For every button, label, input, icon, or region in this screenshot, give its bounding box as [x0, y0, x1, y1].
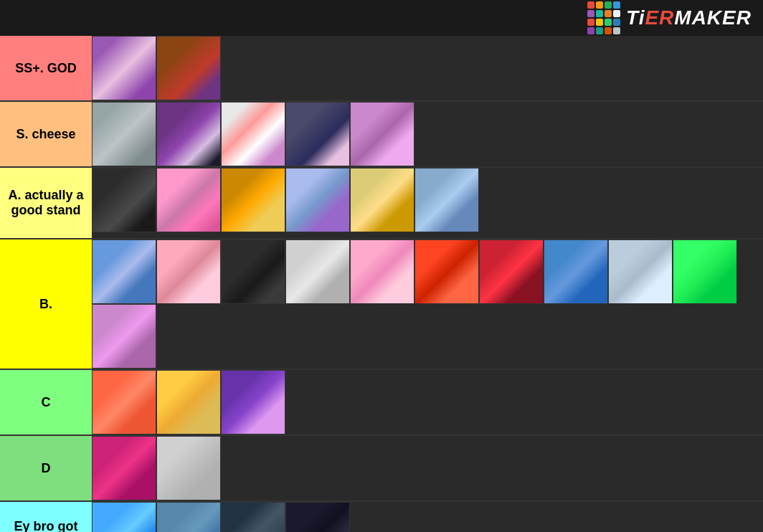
- header: TiERMAKER: [0, 0, 763, 36]
- tier-label-b: B.: [0, 239, 92, 369]
- tier-row-a: A. actually a good stand: [0, 168, 763, 239]
- list-item: [156, 370, 221, 434]
- list-item: [221, 102, 285, 166]
- list-item: [544, 239, 608, 304]
- list-item: [156, 102, 221, 166]
- tier-row-ey: Ey bro got roka?: [0, 502, 763, 532]
- list-item: [285, 168, 350, 232]
- list-item: [285, 502, 350, 532]
- tier-items-ey: [92, 502, 763, 532]
- tier-items-a: [92, 168, 763, 238]
- tier-items-c: [92, 370, 763, 434]
- list-item: [92, 36, 156, 100]
- list-item: [221, 370, 285, 434]
- list-item: [156, 436, 221, 500]
- list-item: [92, 304, 156, 369]
- list-item: [92, 370, 156, 434]
- tier-items-s: [92, 102, 763, 166]
- list-item: [673, 239, 737, 304]
- tier-row-c: C: [0, 370, 763, 436]
- tier-label-c: C: [0, 370, 92, 434]
- tier-row-ss: SS+. GOD: [0, 36, 763, 102]
- tier-row-s: S. cheese: [0, 102, 763, 168]
- list-item: [156, 239, 221, 304]
- list-item: [221, 502, 285, 532]
- list-item: [156, 168, 221, 232]
- list-item: [414, 168, 479, 232]
- tier-label-ss: SS+. GOD: [0, 36, 92, 100]
- tier-table: SS+. GOD S. cheese: [0, 36, 763, 532]
- list-item: [285, 239, 350, 304]
- list-item: [92, 102, 156, 166]
- list-item: [350, 102, 414, 166]
- logo-text: TiERMAKER: [626, 6, 752, 29]
- tier-label-d: D: [0, 436, 92, 500]
- list-item: [608, 239, 673, 304]
- list-item: [221, 168, 285, 232]
- logo-grid-icon: [587, 1, 620, 34]
- list-item: [156, 502, 221, 532]
- list-item: [350, 168, 414, 232]
- tiermaker-logo: TiERMAKER: [587, 1, 752, 34]
- list-item: [156, 36, 221, 100]
- list-item: [350, 239, 414, 304]
- tier-row-d: D: [0, 436, 763, 502]
- tier-label-ey: Ey bro got roka?: [0, 502, 92, 532]
- list-item: [92, 502, 156, 532]
- list-item: [221, 239, 285, 304]
- tier-row-b: B.: [0, 239, 763, 370]
- list-item: [414, 239, 479, 304]
- list-item: [92, 436, 156, 500]
- tier-items-b: [92, 239, 763, 369]
- list-item: [92, 239, 156, 304]
- list-item: [92, 168, 156, 232]
- tier-items-ss: [92, 36, 763, 100]
- tier-label-a: A. actually a good stand: [0, 168, 92, 238]
- list-item: [479, 239, 544, 304]
- tier-label-s: S. cheese: [0, 102, 92, 166]
- tier-items-d: [92, 436, 763, 500]
- list-item: [285, 102, 350, 166]
